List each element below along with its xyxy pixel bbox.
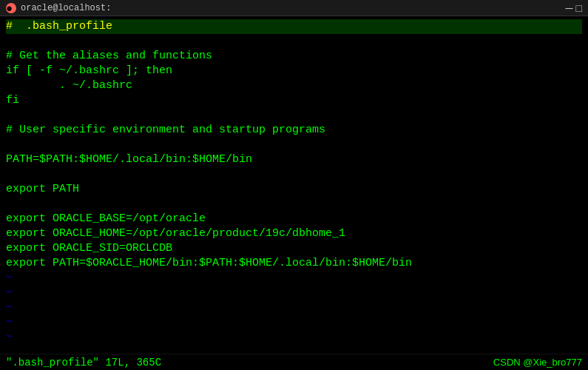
maximize-button[interactable]: □ [576, 3, 582, 13]
tilde-line-2: ~ [6, 286, 582, 300]
line-10: PATH=$PATH:$HOME/.local/bin:$HOME/bin [6, 152, 582, 167]
line-16: export ORACLE_SID=ORCLCDB [6, 241, 582, 256]
line-content-1: # .bash_profile [6, 19, 112, 34]
title-bar: ● oracle@localhost: ─ □ [0, 0, 588, 16]
line-2 [6, 34, 582, 49]
tilde-line-4: ~ [6, 315, 582, 330]
line-15: export ORACLE_HOME=/opt/oracle/product/1… [6, 226, 582, 241]
line-4: if [ -f ~/.bashrc ]; then [6, 64, 582, 78]
line-content-7 [6, 108, 13, 123]
line-content-11 [6, 167, 13, 182]
title-bar-title: oracle@localhost: [21, 3, 111, 13]
line-12: export PATH [6, 182, 582, 197]
tilde-3: ~ [6, 300, 13, 315]
tilde-line-1: ~ [6, 271, 582, 286]
line-7 [6, 108, 582, 123]
editor-area: # .bash_profile # Get the aliases and fu… [0, 16, 588, 354]
line-8: # User specific environment and startup … [6, 123, 582, 138]
terminal-window: ● oracle@localhost: ─ □ # .bash_profile … [0, 0, 588, 370]
status-file-info: ".bash_profile" 17L, 365C [6, 357, 161, 369]
title-bar-left: ● oracle@localhost: [6, 3, 111, 13]
line-content-14: export ORACLE_BASE=/opt/oracle [6, 212, 206, 226]
line-content-12: export PATH [6, 182, 79, 197]
line-11 [6, 167, 582, 182]
status-bar: ".bash_profile" 17L, 365C CSDN @Xie_bro7… [0, 354, 588, 370]
line-5: . ~/.bashrc [6, 78, 582, 93]
line-content-6: fi [6, 93, 19, 108]
line-content-5: . ~/.bashrc [6, 78, 132, 93]
title-bar-icon: ● [6, 3, 16, 13]
tilde-1: ~ [6, 271, 13, 286]
line-1: # .bash_profile [6, 19, 582, 34]
line-content-8: # User specific environment and startup … [6, 123, 325, 138]
line-6: fi [6, 93, 582, 108]
tilde-5: ~ [6, 330, 13, 345]
line-content-2 [6, 34, 13, 49]
line-content-13 [6, 197, 13, 212]
line-13 [6, 197, 582, 212]
line-14: export ORACLE_BASE=/opt/oracle [6, 212, 582, 226]
status-credit: CSDN @Xie_bro777 [493, 357, 582, 368]
line-9 [6, 138, 582, 152]
line-content-10: PATH=$PATH:$HOME/.local/bin:$HOME/bin [6, 152, 252, 167]
tilde-line-3: ~ [6, 300, 582, 315]
line-3: # Get the aliases and functions [6, 49, 582, 64]
tilde-2: ~ [6, 286, 13, 300]
line-content-9 [6, 138, 13, 152]
line-content-3: # Get the aliases and functions [6, 49, 212, 64]
line-17: export PATH=$ORACLE_HOME/bin:$PATH:$HOME… [6, 256, 582, 271]
title-bar-controls: ─ □ [566, 3, 582, 13]
tilde-4: ~ [6, 315, 13, 330]
line-content-16: export ORACLE_SID=ORCLCDB [6, 241, 172, 256]
minimize-button[interactable]: ─ [566, 3, 573, 13]
tilde-line-5: ~ [6, 330, 582, 345]
line-content-4: if [ -f ~/.bashrc ]; then [6, 64, 172, 78]
line-content-17: export PATH=$ORACLE_HOME/bin:$PATH:$HOME… [6, 256, 412, 271]
line-content-15: export ORACLE_HOME=/opt/oracle/product/1… [6, 226, 345, 241]
